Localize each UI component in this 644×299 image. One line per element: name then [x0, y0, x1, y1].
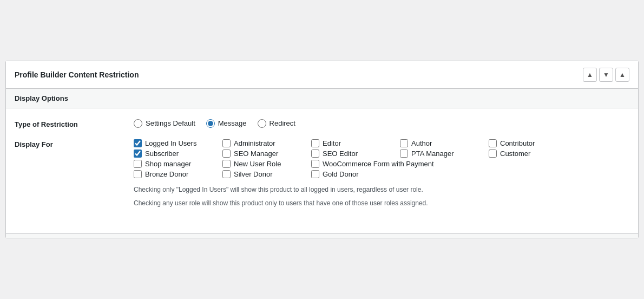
restriction-row: Type of Restriction Settings Default Mes…: [15, 119, 629, 128]
profile-builder-panel: Profile Builder Content Restriction ▲ ▼ …: [5, 61, 639, 238]
checkbox-gold-donor-input[interactable]: [311, 170, 319, 178]
checkbox-seo-manager[interactable]: SEO Manager: [222, 150, 298, 158]
checkbox-seo-editor-input[interactable]: [311, 150, 319, 158]
checkbox-seo-manager-label[interactable]: SEO Manager: [234, 150, 278, 158]
collapse-button[interactable]: ▲: [615, 68, 629, 82]
checkbox-row-3: Shop manager New User Role WooCommerce F…: [134, 160, 629, 168]
checkbox-seo-editor-label[interactable]: SEO Editor: [323, 150, 358, 158]
checkbox-logged-in-users-input[interactable]: [134, 139, 142, 147]
panel-header: Profile Builder Content Restriction ▲ ▼ …: [6, 61, 638, 89]
move-down-button[interactable]: ▼: [599, 68, 613, 82]
panel-footer: [6, 233, 638, 238]
checkbox-seo-manager-input[interactable]: [222, 150, 231, 158]
checkbox-pta-manager-label[interactable]: PTA Manager: [411, 150, 454, 158]
checkbox-administrator-input[interactable]: [222, 139, 231, 147]
checkbox-silver-donor-label[interactable]: Silver Donor: [234, 170, 273, 178]
radio-settings-default-input[interactable]: [134, 119, 142, 128]
checkbox-row-4: Bronze Donor Silver Donor Gold Donor: [134, 170, 629, 178]
radio-redirect[interactable]: Redirect: [258, 119, 295, 128]
panel-controls: ▲ ▼ ▲: [583, 68, 629, 82]
restriction-label: Type of Restriction: [15, 119, 134, 128]
display-options-section-header: Display Options: [6, 89, 638, 108]
checkbox-customer-input[interactable]: [489, 150, 497, 158]
radio-redirect-label[interactable]: Redirect: [270, 119, 295, 127]
checkbox-silver-donor-input[interactable]: [222, 170, 231, 178]
checkbox-subscriber-label[interactable]: Subscriber: [145, 150, 179, 158]
checkbox-silver-donor[interactable]: Silver Donor: [222, 170, 298, 178]
checkbox-bronze-donor-label[interactable]: Bronze Donor: [145, 170, 188, 178]
restriction-content: Settings Default Message Redirect: [134, 119, 629, 128]
checkbox-contributor-input[interactable]: [489, 139, 497, 147]
checkbox-customer[interactable]: Customer: [489, 150, 564, 158]
checkbox-author-label[interactable]: Author: [411, 139, 432, 147]
panel-body: Type of Restriction Settings Default Mes…: [6, 108, 638, 233]
display-options-label: Display Options: [15, 94, 68, 102]
panel-title: Profile Builder Content Restriction: [15, 70, 139, 79]
checkbox-woocommerce-form[interactable]: WooCommerce Form with Payment: [311, 160, 434, 168]
radio-settings-default[interactable]: Settings Default: [134, 119, 195, 128]
checkbox-bronze-donor-input[interactable]: [134, 170, 142, 178]
radio-message-input[interactable]: [206, 119, 215, 128]
display-for-label: Display For: [15, 139, 134, 148]
checkbox-shop-manager-label[interactable]: Shop manager: [145, 160, 191, 168]
radio-settings-default-label[interactable]: Settings Default: [146, 119, 195, 127]
checkbox-shop-manager[interactable]: Shop manager: [134, 160, 209, 168]
checkbox-author-input[interactable]: [400, 139, 408, 147]
checkbox-administrator[interactable]: Administrator: [222, 139, 298, 147]
help-text-block: Checking only "Logged In Users" will sho…: [134, 185, 629, 209]
checkbox-logged-in-users-label[interactable]: Logged In Users: [145, 139, 196, 147]
checkbox-logged-in-users[interactable]: Logged In Users: [134, 139, 209, 147]
checkbox-row-1: Logged In Users Administrator Editor Aut…: [134, 139, 629, 147]
checkbox-subscriber[interactable]: Subscriber: [134, 150, 209, 158]
checkbox-woocommerce-form-label[interactable]: WooCommerce Form with Payment: [323, 160, 434, 168]
checkbox-customer-label[interactable]: Customer: [500, 150, 530, 158]
radio-message[interactable]: Message: [206, 119, 247, 128]
checkbox-new-user-role[interactable]: New User Role: [222, 160, 298, 168]
radio-message-label[interactable]: Message: [218, 119, 247, 127]
checkbox-new-user-role-input[interactable]: [222, 160, 231, 168]
checkbox-editor-input[interactable]: [311, 139, 319, 147]
help-text-1: Checking only "Logged In Users" will sho…: [134, 185, 629, 195]
help-text-2: Checking any user role will show this pr…: [134, 198, 629, 209]
checkbox-editor-label[interactable]: Editor: [323, 139, 341, 147]
display-for-row: Display For Logged In Users Administrato…: [15, 139, 629, 212]
checkbox-contributor[interactable]: Contributor: [489, 139, 564, 147]
checkbox-new-user-role-label[interactable]: New User Role: [234, 160, 281, 168]
checkbox-subscriber-input[interactable]: [134, 150, 142, 158]
checkbox-row-2: Subscriber SEO Manager SEO Editor PTA Ma…: [134, 150, 629, 158]
checkbox-pta-manager[interactable]: PTA Manager: [400, 150, 476, 158]
checkbox-pta-manager-input[interactable]: [400, 150, 408, 158]
checkbox-author[interactable]: Author: [400, 139, 476, 147]
checkbox-administrator-label[interactable]: Administrator: [234, 139, 275, 147]
checkbox-gold-donor-label[interactable]: Gold Donor: [323, 170, 358, 178]
checkbox-bronze-donor[interactable]: Bronze Donor: [134, 170, 209, 178]
checkbox-editor[interactable]: Editor: [311, 139, 387, 147]
checkbox-shop-manager-input[interactable]: [134, 160, 142, 168]
checkbox-contributor-label[interactable]: Contributor: [500, 139, 535, 147]
display-for-content: Logged In Users Administrator Editor Aut…: [134, 139, 629, 212]
checkbox-seo-editor[interactable]: SEO Editor: [311, 150, 387, 158]
checkbox-woocommerce-form-input[interactable]: [311, 160, 319, 168]
checkbox-gold-donor[interactable]: Gold Donor: [311, 170, 387, 178]
move-up-button[interactable]: ▲: [583, 68, 597, 82]
radio-redirect-input[interactable]: [258, 119, 266, 128]
restriction-radio-group: Settings Default Message Redirect: [134, 119, 629, 128]
